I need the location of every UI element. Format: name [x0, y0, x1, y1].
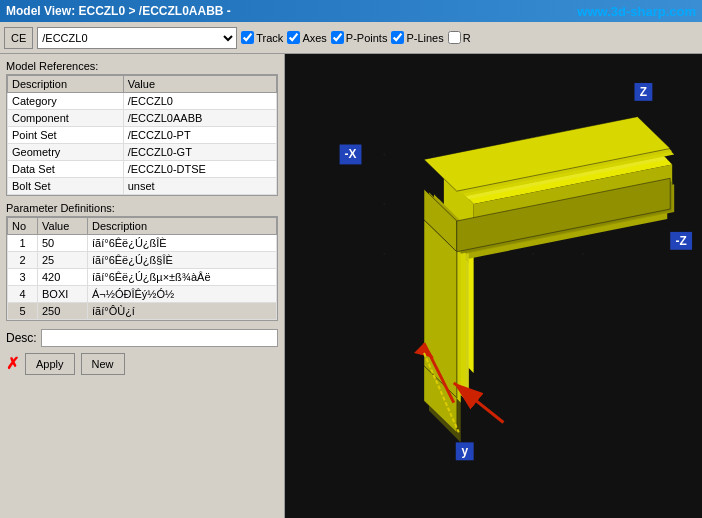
r-checkbox-label: R	[448, 31, 471, 44]
title-bar: Model View: ECCZL0 > /ECCZL0AABB - www.3…	[0, 0, 702, 22]
col-description: Description	[8, 76, 124, 93]
bottom-section: Desc: ✗ Apply New	[6, 327, 278, 375]
svg-text:-Z: -Z	[676, 234, 687, 248]
table-row[interactable]: Bolt Setunset	[8, 178, 277, 195]
plines-label: P-Lines	[406, 32, 443, 44]
main-content: Model References: Description Value Cate…	[0, 54, 702, 518]
model-dropdown[interactable]: /ECCZL0	[37, 27, 237, 49]
svg-point-1	[383, 153, 385, 155]
table-row[interactable]: 3420íãí°6Êë¿Ú¿ßµ×±ß¾àÂë	[8, 269, 277, 286]
param-table-container: No Value Description 150íãí°6Êë¿Ú¿ßÎÈ225…	[6, 216, 278, 321]
window-title: Model View: ECCZL0 > /ECCZL0AABB -	[6, 4, 231, 18]
table-row[interactable]: Category/ECCZL0	[8, 93, 277, 110]
desc-label: Desc:	[6, 331, 37, 345]
apply-button[interactable]: Apply	[25, 353, 75, 375]
plines-checkbox-label: P-Lines	[391, 31, 443, 44]
svg-point-2	[433, 153, 435, 155]
left-panel: Model References: Description Value Cate…	[0, 54, 285, 518]
params-table: No Value Description 150íãí°6Êë¿Ú¿ßÎÈ225…	[7, 217, 277, 320]
ppoints-label: P-Points	[346, 32, 388, 44]
ppoints-checkbox-label: P-Points	[331, 31, 388, 44]
svg-text:Z: Z	[640, 85, 647, 99]
param-col-value: Value	[38, 218, 88, 235]
svg-point-14	[532, 253, 534, 255]
col-value: Value	[123, 76, 276, 93]
model-references-table-container: Description Value Category/ECCZL0Compone…	[6, 74, 278, 196]
svg-text:-X: -X	[345, 147, 357, 161]
svg-point-6	[383, 203, 385, 205]
table-row[interactable]: 4BOXIÁ¬½ÓÐÎÊý½Ó½	[8, 286, 277, 303]
new-button[interactable]: New	[81, 353, 125, 375]
ce-button[interactable]: CE	[4, 27, 33, 49]
table-row[interactable]: Geometry/ECCZL0-GT	[8, 144, 277, 161]
r-checkbox[interactable]	[448, 31, 461, 44]
parameter-definitions-title: Parameter Definitions:	[6, 202, 278, 214]
parameter-definitions-section: Parameter Definitions: No Value Descript…	[6, 202, 278, 321]
plines-checkbox[interactable]	[391, 31, 404, 44]
track-checkbox[interactable]	[241, 31, 254, 44]
desc-input[interactable]	[41, 329, 278, 347]
model-references-title: Model References:	[6, 60, 278, 72]
axes-label: Axes	[302, 32, 326, 44]
table-row[interactable]: 150íãí°6Êë¿Ú¿ßÎÈ	[8, 235, 277, 252]
right-panel: -X Z -Z y	[285, 54, 702, 518]
track-label: Track	[256, 32, 283, 44]
r-label: R	[463, 32, 471, 44]
table-row[interactable]: 225íãí°6Êë¿Ú¿ß§ÎÈ	[8, 252, 277, 269]
table-row[interactable]: 5250íãí°ÔÙ¿í	[8, 303, 277, 320]
model-references-table: Description Value Category/ECCZL0Compone…	[7, 75, 277, 195]
param-col-desc: Description	[88, 218, 277, 235]
table-row[interactable]: Point Set/ECCZL0-PT	[8, 127, 277, 144]
model-references-section: Model References: Description Value Cate…	[6, 60, 278, 196]
table-row[interactable]: Component/ECCZL0AABB	[8, 110, 277, 127]
toolbar: CE /ECCZL0 Track Axes P-Points P-Lines R	[0, 22, 702, 54]
param-col-no: No	[8, 218, 38, 235]
ppoints-checkbox[interactable]	[331, 31, 344, 44]
svg-point-11	[383, 253, 385, 255]
svg-point-15	[582, 253, 584, 255]
table-row[interactable]: Data Set/ECCZL0-DTSE	[8, 161, 277, 178]
desc-row: Desc:	[6, 327, 278, 349]
3d-viewport[interactable]: -X Z -Z y	[285, 54, 702, 518]
track-checkbox-label: Track	[241, 31, 283, 44]
axes-checkbox-label: Axes	[287, 31, 326, 44]
brand-link[interactable]: www.3d-sharp.com	[577, 4, 696, 19]
axes-checkbox[interactable]	[287, 31, 300, 44]
cancel-button[interactable]: ✗	[6, 356, 19, 372]
svg-text:y: y	[461, 444, 468, 458]
button-row: ✗ Apply New	[6, 353, 278, 375]
